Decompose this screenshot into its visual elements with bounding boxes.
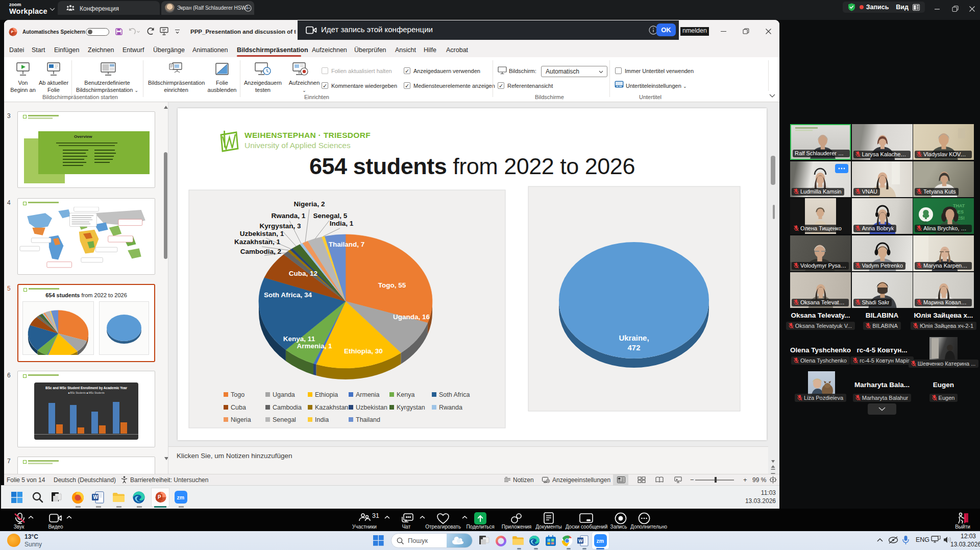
svg-text:Thailand, 7: Thailand, 7 [329, 241, 365, 248]
svg-text:Kazakhstan, 1: Kazakhstan, 1 [234, 238, 281, 246]
svg-text:Togo: Togo [231, 391, 244, 398]
svg-text:Uzbekistan, 1: Uzbekistan, 1 [240, 230, 284, 237]
svg-text:Nigeria, 2: Nigeria, 2 [294, 200, 325, 208]
svg-text:472: 472 [627, 343, 640, 352]
svg-text:Ukraine,: Ukraine, [619, 333, 649, 342]
svg-text:Soth Africa, 34: Soth Africa, 34 [264, 291, 312, 299]
svg-text:Kenya: Kenya [397, 391, 414, 398]
svg-text:Cambodia, 2: Cambodia, 2 [240, 248, 281, 255]
svg-text:Senegal, 5: Senegal, 5 [313, 212, 348, 220]
svg-text:India, 1: India, 1 [330, 220, 354, 227]
svg-text:Soth Africa: Soth Africa [439, 391, 470, 398]
svg-text:Kazakhstan: Kazakhstan [315, 404, 348, 411]
svg-text:Uganda, 16: Uganda, 16 [393, 313, 430, 321]
svg-text:Senegal: Senegal [273, 416, 296, 423]
svg-text:Armenia, 1: Armenia, 1 [297, 342, 332, 350]
svg-text:zm: zm [177, 494, 185, 500]
svg-text:Cuba: Cuba [231, 404, 246, 411]
svg-text:India: India [315, 416, 329, 423]
svg-text:Thailand: Thailand [356, 416, 380, 423]
svg-text:Nigeria: Nigeria [231, 416, 251, 423]
svg-text:Cambodia: Cambodia [273, 404, 302, 411]
svg-text:Togo, 55: Togo, 55 [378, 281, 406, 289]
svg-text:Rwanda, 1: Rwanda, 1 [272, 212, 306, 220]
svg-text:Cuba, 12: Cuba, 12 [289, 270, 317, 277]
svg-text:Ethiopia, 30: Ethiopia, 30 [344, 347, 383, 355]
svg-text:Uzbekistan: Uzbekistan [356, 404, 387, 411]
svg-text:Uganda: Uganda [273, 391, 295, 398]
svg-text:Kyrgystan: Kyrgystan [397, 404, 425, 411]
svg-text:Rwanda: Rwanda [439, 404, 462, 411]
svg-text:zm: zm [597, 538, 604, 544]
svg-text:W: W [578, 538, 583, 543]
svg-text:Kyrgystan, 3: Kyrgystan, 3 [259, 222, 301, 230]
svg-text:P: P [158, 494, 161, 500]
svg-text:P: P [11, 30, 14, 34]
svg-text:Armenia: Armenia [356, 391, 380, 398]
svg-text:Ethiopia: Ethiopia [315, 391, 338, 398]
svg-text:Kenya, 11: Kenya, 11 [283, 335, 315, 343]
svg-text:W: W [93, 494, 99, 500]
